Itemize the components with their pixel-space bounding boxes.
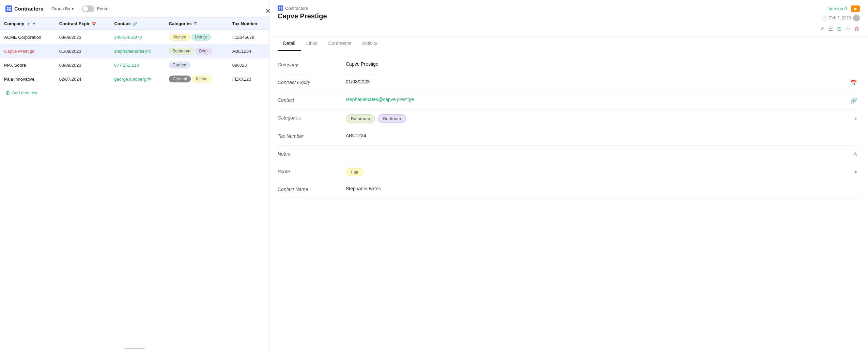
table-row[interactable]: ACME Corporation08/08/2023248-376-2970Ki… (0, 30, 269, 44)
company-name-0[interactable]: ACME Corporation (4, 35, 41, 40)
field-value-4: ABC1234 (346, 133, 854, 138)
footer-toggle[interactable] (82, 5, 94, 12)
file-icon: 📄 (822, 16, 827, 20)
field-label-4: Tax Number (278, 133, 346, 139)
cell-tax-2: 098J23 (228, 58, 269, 72)
sort-icon: ▼ (27, 22, 30, 26)
category-tag[interactable]: General (169, 76, 191, 82)
star-icon[interactable]: ☆ (846, 26, 850, 32)
field-value-2: stephaniebates@capve.prestige (346, 97, 848, 102)
category-tag[interactable]: Bedr (196, 48, 212, 54)
cell-contact-3[interactable]: george.lundberg@ (110, 72, 165, 86)
field-label-5: Notes (278, 150, 346, 157)
col-contract-expiry[interactable]: Contract Expir 📅 (55, 18, 110, 30)
col-tax-number[interactable]: Tax Number (228, 18, 269, 30)
user-avatar (853, 15, 860, 21)
field-action-icon-1[interactable]: 📅 (848, 80, 860, 86)
grid-view-icon[interactable]: ⊞ (837, 26, 841, 32)
contact-value-3[interactable]: george.lundberg@ (114, 77, 151, 82)
cell-tax-1: ABC1234 (228, 44, 269, 58)
cell-contact-2[interactable]: 677 261 218 (110, 58, 165, 72)
field-row-categories: CategoriesBathroomBedroom▾ (278, 110, 860, 128)
delete-icon[interactable]: 🗑 (854, 26, 860, 32)
add-row-label: Add new row (12, 90, 37, 95)
field-label-1: Contract Expiry (278, 79, 346, 85)
col-categories[interactable]: Categories ☰ (165, 18, 228, 30)
field-value-1: 01/08/2023 (346, 79, 848, 84)
detail-tag-bathroom[interactable]: Bathroom (346, 114, 375, 123)
field-row-contact: Contactstephaniebates@capve.prestige🔗 (278, 92, 860, 110)
external-link-icon[interactable]: ↗ (820, 26, 824, 32)
category-tag[interactable]: Livingr (191, 34, 211, 41)
cell-company-3[interactable]: Pala Innovative (0, 72, 55, 86)
cell-company-2[interactable]: PPX Sobra (0, 58, 55, 72)
field-action-icon-2[interactable]: 🔗 (848, 97, 860, 104)
table-row[interactable]: PPX Sobra03/08/2023677 261 218Garden098J… (0, 58, 269, 72)
category-tag[interactable]: Garden (169, 62, 190, 68)
field-label-0: Company (278, 61, 346, 67)
filter-icon-2: 📅 (92, 22, 96, 26)
table-row[interactable]: Capve Prestige01/08/2023stephaniebates@c… (0, 44, 269, 58)
field-row-contact-name: Contact NameStephanie Bates (278, 181, 860, 199)
right-panel-wrapper: Contractors Capve Prestige Version 0 ▶ 📄… (269, 0, 868, 352)
filter-icon-3: 🔗 (133, 22, 137, 26)
col-contact[interactable]: Contact 🔗 (110, 18, 165, 30)
cell-date-3: 02/07/2024 (55, 72, 110, 86)
contact-link-2[interactable]: stephaniebates@capve.prestige (346, 97, 414, 102)
tab-activity[interactable]: Activity (357, 36, 383, 51)
table-row[interactable]: Pala Innovative02/07/2024george.lundberg… (0, 72, 269, 86)
field-action-icon-5[interactable]: A (851, 151, 860, 158)
category-tag[interactable]: Kitchen (169, 34, 190, 41)
cell-tax-3: FEXX123 (228, 72, 269, 86)
field-action-icon-3[interactable]: ▾ (852, 115, 860, 122)
contact-value-0[interactable]: 248-376-2970 (114, 35, 142, 40)
field-action-icon-6[interactable]: ▾ (852, 169, 860, 175)
right-header-right: Version 0 ▶ 📄 Feb 3, 2023 ↗ ☰ ⊞ ☆ 🗑 (820, 5, 860, 32)
field-value-6: Fair (346, 168, 852, 176)
close-panel-button[interactable]: ✕ (262, 5, 273, 16)
right-header-left: Contractors Capve Prestige (278, 5, 327, 20)
logo-icon (5, 5, 12, 12)
table-container: Company ▼ ▼ Contract Expir 📅 Contact 🔗 C… (0, 18, 269, 345)
table-footer (0, 345, 269, 352)
scroll-handle[interactable] (124, 348, 145, 349)
col-company-label: Company (4, 21, 24, 26)
contact-value-1[interactable]: stephaniebates@c (114, 49, 151, 54)
action-button-orange[interactable]: ▶ (851, 5, 860, 12)
left-header: Contractors Group By ▾ Footer (0, 0, 269, 18)
col-contact-label: Contact (114, 21, 130, 26)
right-header: Contractors Capve Prestige Version 0 ▶ 📄… (269, 0, 868, 36)
tab-comments[interactable]: Comments (323, 36, 357, 51)
field-label-2: Contact (278, 97, 346, 103)
cell-tax-0: #12345678 (228, 30, 269, 44)
list-view-icon[interactable]: ☰ (828, 26, 833, 32)
category-tag[interactable]: Bathroom (169, 48, 194, 54)
tab-detail[interactable]: Detail (278, 36, 301, 51)
cell-company-0[interactable]: ACME Corporation (0, 30, 55, 44)
field-label-3: Categories (278, 114, 346, 121)
score-value[interactable]: Fair (346, 168, 363, 176)
tab-links[interactable]: Links (301, 36, 323, 51)
group-by-button[interactable]: Group By ▾ (49, 5, 77, 13)
col-company[interactable]: Company ▼ ▼ (0, 18, 55, 30)
cell-contact-1[interactable]: stephaniebates@c (110, 44, 165, 58)
cell-categories-1: BathroomBedr (165, 44, 228, 58)
company-name-2[interactable]: PPX Sobra (4, 63, 26, 68)
category-tag[interactable]: Kitche (192, 76, 211, 82)
field-value-3: BathroomBedroom (346, 114, 852, 123)
cell-company-1[interactable]: Capve Prestige (0, 44, 55, 58)
cell-date-0: 08/08/2023 (55, 30, 110, 44)
svg-rect-1 (281, 7, 282, 8)
svg-rect-2 (279, 9, 280, 10)
contact-value-2[interactable]: 677 261 218 (114, 63, 139, 68)
breadcrumb: Contractors (278, 5, 327, 11)
company-name-1[interactable]: Capve Prestige (4, 49, 34, 54)
close-x-icon: ✕ (265, 7, 271, 15)
field-row-notes: NotesA (278, 146, 860, 163)
svg-rect-0 (279, 7, 280, 8)
add-new-row-button[interactable]: ⊕ Add new row (0, 86, 43, 99)
cell-date-1: 01/08/2023 (55, 44, 110, 58)
company-name-3[interactable]: Pala Innovative (4, 77, 34, 82)
detail-tag-bedroom[interactable]: Bedroom (378, 114, 406, 123)
cell-contact-0[interactable]: 248-376-2970 (110, 30, 165, 44)
